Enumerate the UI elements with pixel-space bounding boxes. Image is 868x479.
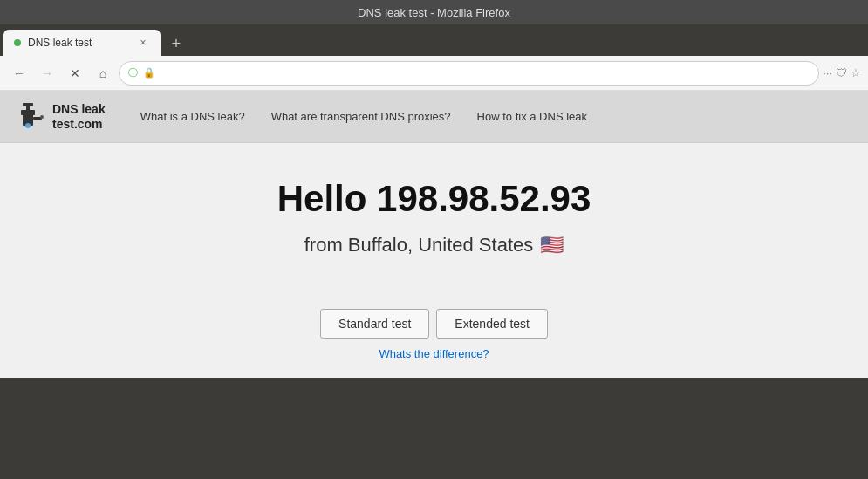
- main-content: Hello 198.98.52.93 from Buffalo, United …: [0, 143, 868, 378]
- svg-point-5: [40, 115, 44, 119]
- logo-text: DNS leak test.com: [52, 102, 106, 132]
- browser-tab[interactable]: DNS leak test ×: [3, 30, 161, 56]
- ip-address: 198.98.52.93: [377, 178, 591, 219]
- browser-content: DNS leak test.com What is a DNS leak? Wh…: [0, 91, 868, 378]
- extended-test-button[interactable]: Extended test: [436, 309, 548, 339]
- nav-link-transparent-dns[interactable]: What are transparent DNS proxies?: [271, 110, 451, 123]
- logo-line2: test.com: [52, 117, 106, 132]
- tab-label: DNS leak test: [28, 37, 129, 49]
- more-button[interactable]: ···: [823, 66, 832, 79]
- nav-links: What is a DNS leak? What are transparent…: [140, 110, 851, 123]
- faucet-svg: [17, 98, 45, 129]
- home-button[interactable]: ⌂: [91, 61, 115, 86]
- logo-line1: DNS leak: [52, 102, 106, 117]
- logo-area: DNS leak test.com: [17, 98, 106, 135]
- standard-test-button[interactable]: Standard test: [320, 309, 429, 339]
- tab-indicator: [14, 39, 21, 46]
- info-icon: ⓘ: [128, 66, 138, 79]
- svg-point-6: [25, 123, 31, 128]
- nav-bar: ← → ✕ ⌂ ⓘ 🔒 ··· 🛡 ☆: [0, 56, 868, 91]
- lock-icon: 🔒: [143, 67, 155, 79]
- heading-prefix: Hello: [277, 178, 377, 219]
- address-actions: ··· 🛡 ☆: [823, 66, 861, 79]
- title-bar: DNS leak test - Mozilla Firefox: [0, 0, 868, 24]
- whats-difference-link[interactable]: Whats the difference?: [379, 347, 489, 360]
- shield-button[interactable]: 🛡: [836, 66, 847, 79]
- window-title: DNS leak test - Mozilla Firefox: [358, 6, 510, 19]
- tab-close-button[interactable]: ×: [136, 36, 150, 50]
- flag-icon: 🇺🇸: [540, 234, 564, 257]
- hello-heading: Hello 198.98.52.93: [277, 178, 591, 220]
- svg-rect-3: [23, 103, 33, 106]
- new-tab-button[interactable]: +: [164, 31, 188, 56]
- location-text: from Buffalo, United States 🇺🇸: [304, 234, 564, 257]
- back-button[interactable]: ←: [7, 61, 31, 86]
- logo-icon: [17, 98, 45, 135]
- bookmark-button[interactable]: ☆: [851, 66, 861, 79]
- reload-button[interactable]: ✕: [63, 61, 87, 86]
- location-string: from Buffalo, United States: [304, 234, 534, 257]
- website-nav: DNS leak test.com What is a DNS leak? Wh…: [0, 91, 868, 143]
- forward-button[interactable]: →: [35, 61, 59, 86]
- test-buttons: Standard test Extended test: [320, 309, 548, 339]
- nav-link-fix-dns[interactable]: How to fix a DNS leak: [477, 110, 587, 123]
- tab-bar: DNS leak test × +: [0, 24, 868, 56]
- address-bar[interactable]: ⓘ 🔒: [119, 61, 819, 86]
- nav-link-dns-leak[interactable]: What is a DNS leak?: [140, 110, 245, 123]
